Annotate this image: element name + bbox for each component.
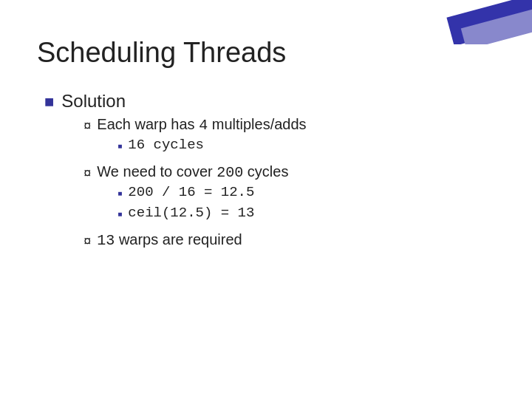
slide-content: Solution Each warp has 4 multiples/adds [37, 91, 495, 255]
sub-bullet-3-highlight: 13 [97, 232, 115, 249]
sub-bullet-1-marker [83, 118, 91, 134]
sub-bullet-2-text: We need to cover 200 cycles [97, 163, 288, 180]
sub-bullet-3-marker [83, 233, 91, 249]
sub-bullet-2-highlight: 200 [216, 164, 243, 181]
sub-sub-bullet-2-2: ceil(12.5) = 13 [117, 205, 288, 221]
sub-sub-bullet-2-1: 200 / 16 = 12.5 [117, 184, 288, 200]
sub-bullet-2-marker [83, 166, 91, 181]
sub-bullet-3-suffix: warps are required [115, 231, 242, 248]
main-bullet: Solution Each warp has 4 multiples/adds [44, 91, 495, 255]
sub-sub-list-2: 200 / 16 = 12.5 ceil(12.5) = 13 [117, 184, 288, 221]
sub-sub-bullet-1-1-marker [117, 138, 122, 151]
sub-bullet-1-prefix: Each warp has [97, 116, 199, 132]
main-bullet-marker [44, 92, 54, 112]
sub-bullet-list: Each warp has 4 multiples/adds 16 cycles [83, 116, 306, 249]
sub-bullet-3-text: 13 warps are required [97, 231, 242, 248]
sub-sub-bullet-2-2-text: ceil(12.5) = 13 [128, 205, 254, 221]
sub-sub-bullet-1-1-text: 16 cycles [128, 137, 204, 153]
sub-bullet-3: 13 warps are required [83, 231, 306, 249]
corner-decoration [443, 0, 532, 44]
sub-sub-list-1: 16 cycles [117, 137, 306, 153]
sub-sub-bullet-2-2-marker [117, 206, 122, 219]
sub-bullet-1: Each warp has 4 multiples/adds 16 cycles [83, 116, 306, 157]
sub-bullet-1-highlight: 4 [199, 117, 208, 134]
sub-bullet-2: We need to cover 200 cycles 200 / 16 = 1… [83, 163, 306, 225]
sub-bullet-2-prefix: We need to cover [97, 163, 216, 180]
slide-title: Scheduling Threads [37, 37, 495, 69]
sub-sub-bullet-2-1-text: 200 / 16 = 12.5 [128, 184, 254, 200]
slide: Scheduling Threads Solution Each warp ha… [0, 0, 532, 399]
sub-bullet-1-text: Each warp has 4 multiples/adds [97, 116, 306, 132]
sub-bullet-1-suffix: multiples/adds [208, 116, 306, 132]
main-bullet-text: Solution [61, 91, 126, 111]
sub-sub-bullet-2-1-marker [117, 185, 122, 199]
sub-sub-bullet-1-1: 16 cycles [117, 137, 306, 153]
sub-bullet-2-suffix: cycles [243, 163, 288, 180]
